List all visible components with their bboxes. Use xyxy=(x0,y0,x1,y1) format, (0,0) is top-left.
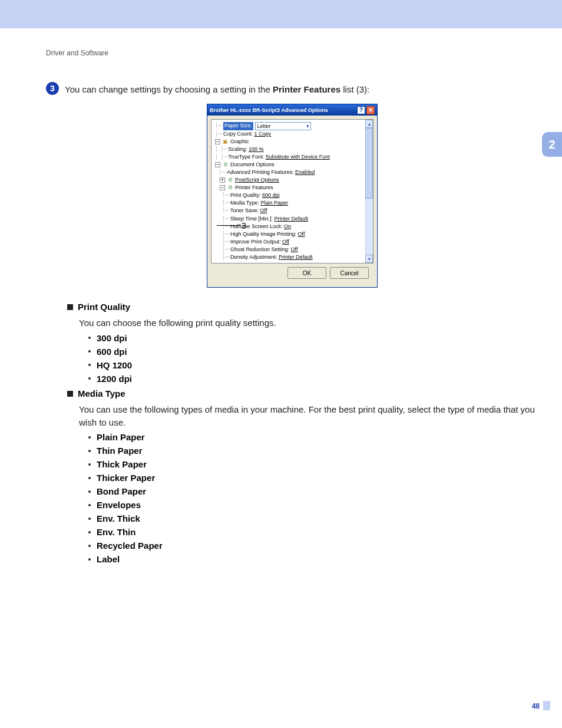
ghost-reduction-label: Ghost Reduction Setting: xyxy=(230,246,289,253)
document-options-node[interactable]: Document Options xyxy=(230,161,275,169)
media-type-heading: Media Type xyxy=(78,388,125,398)
dialog-figure: Brother HL-xxxx BR-Script3 Advanced Opti… xyxy=(46,104,538,288)
improve-output-label: Improve Print Output: xyxy=(230,238,281,246)
step-text-post: list (3): xyxy=(340,84,369,94)
apf-label: Advanced Printing Features: xyxy=(227,169,294,176)
list-item: Thin Paper xyxy=(88,446,538,456)
list-item: Bond Paper xyxy=(88,486,538,496)
chapter-tab: 2 xyxy=(542,132,562,157)
list-item: Env. Thick xyxy=(88,513,538,523)
advanced-options-dialog: Brother HL-xxxx BR-Script3 Advanced Opti… xyxy=(207,104,378,288)
collapse-icon[interactable]: − xyxy=(215,162,220,167)
collapse-icon[interactable]: − xyxy=(220,185,225,190)
ok-button[interactable]: OK xyxy=(287,267,326,279)
bullet-icon xyxy=(88,518,91,520)
close-icon[interactable]: ✕ xyxy=(366,106,375,114)
postscript-icon: ⚙ xyxy=(227,177,233,183)
scroll-up-icon[interactable]: ▴ xyxy=(365,120,373,128)
truetype-label: TrueType Font: xyxy=(229,153,265,161)
list-item: 300 dpi xyxy=(88,333,538,343)
bullet-icon xyxy=(88,504,91,506)
step-number-badge: 3 xyxy=(46,82,59,95)
print-quality-section: Print Quality You can choose the followi… xyxy=(67,302,538,384)
media-type-intro: You can use the following types of media… xyxy=(79,403,538,429)
breadcrumb: Driver and Software xyxy=(46,49,538,57)
print-quality-label: Print Quality: xyxy=(230,192,261,199)
scaling-label: Scaling: xyxy=(229,146,247,153)
step-text-pre: You can change settings by choosing a se… xyxy=(65,84,273,94)
hq-image-value[interactable]: Off xyxy=(298,230,305,238)
callout-number: 3 xyxy=(242,221,246,230)
bullet-icon xyxy=(88,531,91,533)
postscript-node[interactable]: PostScript Options xyxy=(235,176,279,184)
printer-features-icon: ⚙ xyxy=(227,185,233,191)
dialog-button-row: OK Cancel xyxy=(211,263,373,284)
help-icon[interactable]: ? xyxy=(357,106,365,114)
dialog-body: ┊┈┈Paper Size:Letter ┊┈┈Copy Count: 1 Co… xyxy=(207,116,377,287)
copy-count-label: Copy Count: xyxy=(223,130,253,138)
page-number-accent xyxy=(543,701,550,710)
bullet-icon xyxy=(88,337,91,339)
bullet-icon xyxy=(88,490,91,493)
bullet-icon xyxy=(88,350,91,353)
sleep-time-value[interactable]: Printer Default xyxy=(275,215,309,223)
list-item: 600 dpi xyxy=(88,347,538,357)
square-bullet-icon xyxy=(67,391,73,397)
ghost-reduction-value[interactable]: Off xyxy=(291,246,298,253)
collapse-icon[interactable]: − xyxy=(215,139,220,144)
scrollbar-thumb[interactable] xyxy=(365,128,373,199)
paper-size-label[interactable]: Paper Size: xyxy=(223,122,253,130)
halftone-value[interactable]: On xyxy=(284,223,291,230)
bullet-icon xyxy=(88,463,91,466)
bullet-icon xyxy=(88,558,91,561)
square-bullet-icon xyxy=(67,304,73,310)
step-text-bold: Printer Features xyxy=(273,84,340,94)
scaling-value[interactable]: 100 % xyxy=(249,146,264,153)
list-item: 1200 dpi xyxy=(88,374,538,384)
bullet-icon xyxy=(88,477,91,479)
scroll-down-icon[interactable]: ▾ xyxy=(365,255,373,263)
scrollbar-track[interactable]: ▴ ▾ xyxy=(365,120,373,263)
paper-size-dropdown[interactable]: Letter xyxy=(255,122,311,130)
page-content: Driver and Software 3 You can change set… xyxy=(0,28,562,564)
media-type-value[interactable]: Plain Paper xyxy=(260,199,288,207)
media-type-list: Plain Paper Thin Paper Thick Paper Thick… xyxy=(88,432,538,564)
expand-icon[interactable]: + xyxy=(220,177,225,183)
copy-count-value[interactable]: 1 Copy xyxy=(254,130,272,138)
step-text: You can change settings by choosing a se… xyxy=(65,82,369,95)
density-value[interactable]: Printer Default xyxy=(279,253,313,261)
list-item: Thicker Paper xyxy=(88,473,538,483)
list-item: Thick Paper xyxy=(88,459,538,469)
graphic-node[interactable]: Graphic xyxy=(230,138,249,146)
print-quality-heading: Print Quality xyxy=(78,302,130,312)
list-item: Label xyxy=(88,554,538,564)
top-bar xyxy=(0,0,562,28)
hq-image-label: High Quality Image Printing: xyxy=(230,230,296,238)
halftone-label: Halftone Screen Lock: xyxy=(230,223,283,230)
apf-value[interactable]: Enabled xyxy=(295,169,315,176)
list-item: Env. Thin xyxy=(88,527,538,537)
graphic-icon: ▣ xyxy=(222,139,229,145)
improve-output-value[interactable]: Off xyxy=(282,238,289,246)
bullet-icon xyxy=(88,364,91,366)
density-label: Density Adjustment: xyxy=(230,253,277,261)
toner-save-value[interactable]: Off xyxy=(260,207,267,215)
document-options-icon: ⚙ xyxy=(222,162,229,168)
list-item: Plain Paper xyxy=(88,432,538,442)
dialog-title: Brother HL-xxxx BR-Script3 Advanced Opti… xyxy=(210,107,328,113)
truetype-value[interactable]: Substitute with Device Font xyxy=(266,153,330,161)
print-quality-value[interactable]: 600 dpi xyxy=(262,192,280,199)
callout-line xyxy=(217,225,240,226)
bullet-icon xyxy=(88,450,91,452)
page-number: 48 xyxy=(532,702,540,710)
list-item: HQ 1200 xyxy=(88,360,538,370)
print-quality-list: 300 dpi 600 dpi HQ 1200 1200 dpi xyxy=(88,333,538,384)
list-item: Recycled Paper xyxy=(88,541,538,551)
print-quality-intro: You can choose the following print quali… xyxy=(79,317,538,330)
options-tree: ┊┈┈Paper Size:Letter ┊┈┈Copy Count: 1 Co… xyxy=(211,120,373,263)
cancel-button[interactable]: Cancel xyxy=(330,267,369,279)
printer-features-node[interactable]: Printer Features xyxy=(235,184,273,192)
step-3: 3 You can change settings by choosing a … xyxy=(46,82,538,95)
list-item: Envelopes xyxy=(88,500,538,510)
toner-save-label: Toner Save: xyxy=(230,207,259,215)
